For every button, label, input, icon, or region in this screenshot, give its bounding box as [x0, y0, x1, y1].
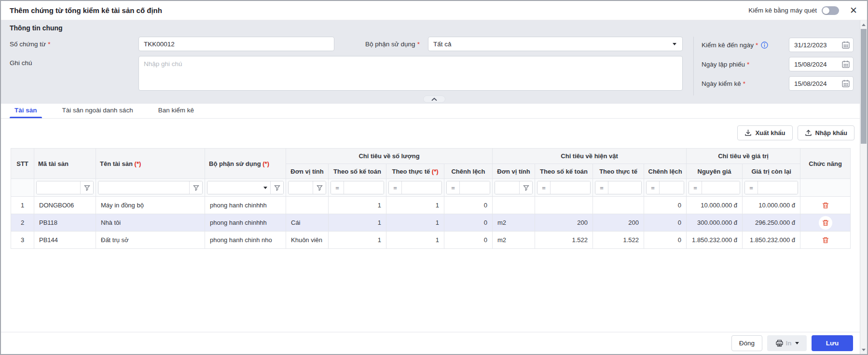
cell-nguyen-gia: 300.000.000 đ — [687, 214, 743, 232]
cell-hv-cl: 0 — [644, 214, 687, 232]
cell-sl-tt: 1 — [386, 232, 444, 249]
col-header-ma-tai-san: Mã tài sản — [34, 149, 96, 179]
vertical-scrollbar[interactable] — [860, 20, 867, 354]
filter-equals-button[interactable]: = — [595, 181, 608, 194]
cell-hv-skt: 200 — [535, 214, 593, 232]
filter-sl-skt-input[interactable] — [344, 181, 384, 194]
col-header-bo-phan-su-dung: Bộ phận sử dụng (*) — [205, 149, 286, 179]
so-chung-tu-input[interactable] — [138, 37, 334, 51]
filter-funnel-icon[interactable] — [190, 181, 202, 194]
filter-equals-button[interactable]: = — [745, 181, 758, 194]
info-icon[interactable] — [761, 41, 768, 49]
filter-gtcl-input[interactable] — [758, 181, 798, 194]
bo-phan-su-dung-select[interactable]: Tất cả — [428, 37, 683, 51]
scan-toggle[interactable] — [822, 6, 839, 15]
cell-stt: 2 — [11, 214, 34, 232]
table-toolbar: Xuất khẩu Nhập khẩu — [1, 119, 867, 142]
filter-hv-skt-input[interactable] — [551, 181, 590, 194]
filter-funnel-icon[interactable] — [81, 181, 93, 194]
trash-icon — [822, 202, 829, 209]
table-row[interactable]: 2 PB118 Nhà tôi phong hanh chinhhh Cái 1… — [11, 214, 851, 232]
cell-sl-dvt: Cái — [286, 214, 329, 232]
table-row[interactable]: 1 DONGBO06 Máy in đồng bộ phong hanh chi… — [11, 197, 851, 214]
cell-hv-tt — [593, 197, 644, 214]
filter-equals-button[interactable]: = — [447, 181, 459, 194]
filter-sl-cl-input[interactable] — [460, 181, 490, 194]
import-button[interactable]: Nhập khẩu — [798, 125, 854, 140]
calendar-icon[interactable] — [841, 41, 850, 49]
cell-hv-tt: 1.522 — [593, 232, 644, 249]
ghi-chu-textarea[interactable] — [138, 56, 683, 91]
cell-bo-phan-su-dung: phong hanh chinh nho — [205, 232, 286, 249]
filter-hv-tt-input[interactable] — [608, 181, 641, 194]
chevron-down-icon[interactable] — [263, 187, 267, 189]
group-header-so-luong: Chỉ tiêu về số lượng — [286, 149, 493, 164]
filter-equals-button[interactable]: = — [331, 181, 344, 194]
col-header-sl-theo-so-ke-toan: Theo số kế toán — [329, 164, 386, 179]
filter-hv-dvt-input[interactable] — [495, 181, 519, 194]
filter-equals-button[interactable]: = — [389, 181, 401, 194]
cell-sl-cl: 0 — [444, 232, 493, 249]
filter-nguyen-gia-input[interactable] — [702, 181, 740, 194]
filter-sl-tt-input[interactable] — [402, 181, 441, 194]
cell-sl-skt: 1 — [329, 214, 386, 232]
cell-nguyen-gia: 1.850.232.000 đ — [687, 232, 743, 249]
filter-bo-phan-su-dung-input[interactable] — [207, 181, 263, 194]
filter-funnel-icon[interactable] — [271, 181, 283, 194]
tab-tai-san[interactable]: Tài sản — [10, 104, 42, 118]
table-row[interactable]: 3 PB144 Đất trụ sở phong hanh chinh nho … — [11, 232, 851, 249]
delete-row-button[interactable] — [819, 216, 832, 230]
col-header-hv-don-vi-tinh: Đơn vị tính — [493, 164, 535, 179]
delete-row-button[interactable] — [819, 233, 832, 247]
cell-hv-dvt: m2 — [493, 214, 535, 232]
filter-hv-cl-input[interactable] — [660, 181, 684, 194]
print-button[interactable]: In — [767, 335, 807, 351]
delete-row-button[interactable] — [819, 199, 832, 212]
cell-sl-tt: 1 — [386, 197, 444, 214]
cell-ten-tai-san: Máy in đồng bộ — [96, 197, 205, 214]
printer-icon — [775, 339, 784, 347]
cell-gia-tri-con-lai: 10.000.000 đ — [743, 197, 800, 214]
ghi-chu-label: Ghi chú — [10, 56, 138, 67]
filter-sl-dvt-input[interactable] — [289, 181, 313, 194]
filter-ten-tai-san-input[interactable] — [98, 181, 189, 194]
col-header-nguyen-gia: Nguyên giá — [687, 164, 743, 179]
col-header-ten-tai-san: Tên tài sản (*) — [96, 149, 205, 179]
upload-icon — [805, 129, 812, 137]
col-header-sl-chenh-lech: Chênh lệch — [444, 164, 493, 179]
cell-bo-phan-su-dung: phong hanh chinhhh — [205, 197, 286, 214]
close-icon[interactable]: ✕ — [850, 6, 857, 15]
filter-funnel-icon[interactable] — [520, 181, 532, 194]
bo-phan-su-dung-label: Bộ phận sử dụng* — [365, 41, 428, 48]
calendar-icon[interactable] — [841, 79, 850, 88]
close-button[interactable]: Đóng — [731, 335, 762, 351]
group-header-gia-tri: Chỉ tiêu về giá trị — [687, 149, 800, 164]
scrollbar-thumb[interactable] — [861, 29, 867, 144]
filter-funnel-icon[interactable] — [313, 181, 326, 194]
tab-ban-kiem-ke[interactable]: Ban kiểm kê — [153, 104, 199, 118]
filter-equals-button[interactable]: = — [537, 181, 550, 194]
trash-icon — [822, 236, 829, 244]
save-button[interactable]: Lưu — [812, 335, 853, 351]
scroll-up-arrow[interactable] — [860, 21, 867, 28]
collapse-section-button[interactable] — [423, 96, 445, 103]
group-header-hien-vat: Chỉ tiêu về hiện vật — [493, 149, 687, 164]
filter-equals-button[interactable]: = — [647, 181, 659, 194]
section-title: Thông tin chung — [10, 24, 867, 32]
col-header-hv-theo-so-ke-toan: Theo số kế toán — [535, 164, 593, 179]
col-header-chuc-nang: Chức năng — [800, 149, 851, 179]
kiem-ke-den-ngay-label: Kiểm kê đến ngày* — [702, 41, 789, 49]
cell-nguyen-gia: 10.000.000 đ — [687, 197, 743, 214]
calendar-icon[interactable] — [841, 60, 850, 68]
ngay-kiem-ke-label: Ngày kiểm kê* — [702, 80, 789, 87]
scroll-down-arrow[interactable] — [860, 346, 867, 353]
cell-hv-cl: 0 — [644, 232, 687, 249]
filter-ma-tai-san-input[interactable] — [37, 181, 80, 194]
tab-tai-san-ngoai-danh-sach[interactable]: Tài sản ngoài danh sách — [57, 104, 138, 118]
filter-equals-button[interactable]: = — [689, 181, 702, 194]
cell-sl-cl: 0 — [444, 197, 493, 214]
export-button[interactable]: Xuất khẩu — [737, 125, 792, 140]
so-chung-tu-label: Số chứng từ* — [10, 41, 138, 48]
assets-table-wrap: STT Mã tài sản Tên tài sản (*) Bộ phận s… — [1, 142, 867, 249]
cell-ma-tai-san: DONGBO06 — [34, 197, 96, 214]
